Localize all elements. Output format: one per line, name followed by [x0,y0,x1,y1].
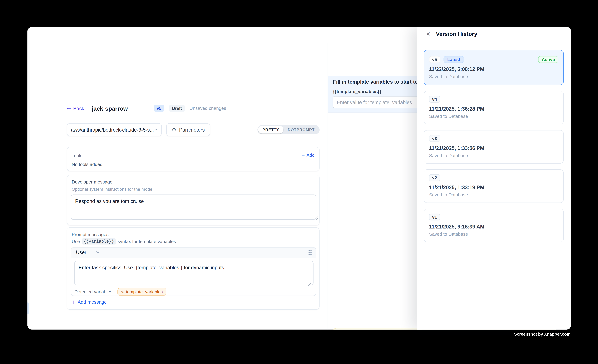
version-history-panel: ✕ Version History v5LatestActive11/22/20… [417,27,571,330]
template-variable-chip[interactable]: ✎ template_variables [117,288,166,296]
template-variable-name: {{template_variables}} [333,89,381,94]
version-card-v3[interactable]: v311/21/2025, 1:33:56 PMSaved to Databas… [424,130,564,164]
version-badges-row: v5LatestActive [429,56,558,63]
parameters-label: Parameters [179,127,205,132]
add-tool-label: Add [307,152,315,158]
prompt-editor-column: ← Back jack-sparrow v5 Draft Unsaved cha… [27,43,328,330]
version-badges-row: v4 [429,96,558,103]
hint-prefix: Use [72,239,80,244]
chevron-down-icon [96,251,100,254]
message-block: User Enter task specifics. Use {{templat… [71,247,316,296]
add-message-button[interactable]: + Add message [72,299,107,305]
message-header: User [71,248,316,258]
screenshot-stage: ← Back jack-sparrow v5 Draft Unsaved cha… [0,0,598,364]
version-saved-status: Saved to Database [429,114,558,119]
version-saved-status: Saved to Database [429,74,558,79]
back-button[interactable]: ← Back [67,106,84,111]
version-saved-status: Saved to Database [429,192,558,198]
version-id-badge: v2 [429,174,440,181]
version-date: 11/21/2025, 1:33:19 PM [429,185,558,190]
developer-message-textarea[interactable]: Respond as you are tom cruise [71,195,316,220]
version-card-v4[interactable]: v411/21/2025, 1:36:28 PMSaved to Databas… [424,91,564,124]
version-history-header: ✕ Version History [417,27,571,43]
version-date: 11/21/2025, 1:33:56 PM [429,145,558,151]
version-id-badge: v1 [429,214,440,221]
tools-empty-text: No tools added [72,162,103,167]
developer-message-subtitle: Optional system instructions for the mod… [72,187,153,191]
tools-card: Tools + Add No tools added [67,147,320,171]
version-id-badge: v4 [429,96,440,103]
model-select[interactable]: aws/anthropic/bedrock-claude-3-5-s... [67,123,162,136]
prompt-messages-title: Prompt messages [72,232,108,237]
version-history-title: Version History [436,31,477,37]
model-select-value: aws/anthropic/bedrock-claude-3-5-s... [71,127,154,132]
version-badges-row: v1 [429,214,558,221]
toggle-dotprompt[interactable]: DOTPROMPT [283,126,319,133]
model-toolbar: aws/anthropic/bedrock-claude-3-5-s... ⚙ … [67,123,320,136]
prompt-messages-card: Prompt messages Use {{variable}} syntax … [67,227,320,310]
close-icon[interactable]: ✕ [426,31,431,37]
detected-variables-row: Detected variables: ✎ template_variables [74,288,166,296]
banner-title: Fill in template variables to start test… [333,79,430,85]
version-badges-row: v2 [429,174,558,181]
pencil-icon: ✎ [121,290,124,294]
collapsed-panel-tab[interactable] [27,302,29,314]
version-saved-status: Saved to Database [429,232,558,237]
active-badge: Active [538,56,558,63]
tools-title: Tools [72,153,83,158]
version-date: 11/21/2025, 1:36:28 PM [429,106,558,112]
hint-suffix: syntax for template variables [118,239,176,244]
breadcrumb-row: ← Back jack-sparrow [67,104,128,113]
version-card-v5[interactable]: v5LatestActive11/22/2025, 6:08:12 PMSave… [424,50,564,85]
template-variable-chip-label: template_variables [126,290,163,294]
back-arrow-icon: ← [67,106,71,111]
plus-icon: + [72,299,76,305]
user-message-textarea[interactable]: Enter task specifics. Use {{template_var… [74,261,313,285]
version-date: 11/21/2025, 9:16:39 AM [429,224,558,230]
toggle-pretty[interactable]: PRETTY [258,126,283,133]
version-card-v1[interactable]: v111/21/2025, 9:16:39 AMSaved to Databas… [424,209,564,242]
detected-variables-label: Detected variables: [74,289,114,294]
version-badges-row: v3 [429,135,558,142]
gear-icon: ⚙ [172,127,176,132]
add-tool-button[interactable]: + Add [301,152,315,158]
version-id-badge: v3 [429,135,440,142]
version-id-badge: v5 [429,56,440,63]
watermark-text: Screenshot by Xnapper.com [514,332,571,336]
plus-icon: + [301,152,305,158]
drag-handle-icon[interactable] [308,250,312,255]
header-badges: v5 Draft Unsaved changes [154,105,226,112]
message-role-value: User [76,249,86,255]
unsaved-changes-label: Unsaved changes [190,106,226,111]
back-label: Back [73,106,84,111]
chevron-down-icon [154,129,158,131]
version-list: v5LatestActive11/22/2025, 6:08:12 PMSave… [424,43,564,330]
version-saved-status: Saved to Database [429,153,558,158]
variable-syntax-chip: {{variable}} [82,238,116,245]
version-date: 11/22/2025, 6:08:12 PM [429,66,558,72]
developer-message-title: Developer message [72,179,113,185]
view-mode-toggle: PRETTY DOTPROMPT [257,125,320,134]
version-badge: v5 [154,105,165,112]
template-syntax-hint: Use {{variable}} syntax for template var… [72,238,176,245]
page-title: jack-sparrow [92,105,128,112]
draft-badge: Draft [169,105,185,112]
latest-badge: Latest [443,56,464,63]
version-card-v2[interactable]: v211/21/2025, 1:33:19 PMSaved to Databas… [424,169,564,203]
add-message-label: Add message [78,299,107,305]
parameters-button[interactable]: ⚙ Parameters [166,123,210,136]
message-role-select[interactable]: User [76,249,100,255]
developer-message-card: Developer message Optional system instru… [67,175,320,225]
